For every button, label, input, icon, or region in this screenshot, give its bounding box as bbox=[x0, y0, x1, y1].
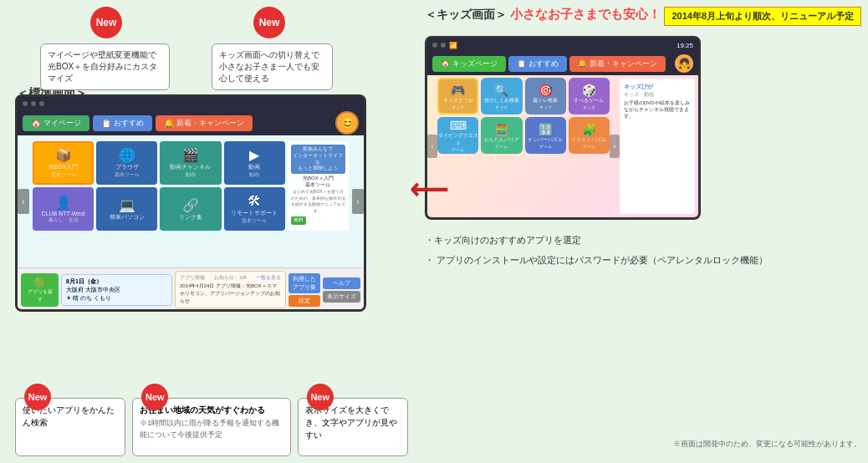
kids-app-typing[interactable]: ⌨ タイピングクエスト ゲーム bbox=[437, 117, 478, 154]
app-item-video-ch[interactable]: 🎬 動画チャンネル 動画 bbox=[160, 141, 221, 185]
app-item-links[interactable]: 🔗 リンク集 bbox=[160, 187, 221, 231]
new-badge-3: New bbox=[24, 384, 51, 410]
help-btn[interactable]: ヘルプ bbox=[323, 277, 360, 289]
kids-subtitle: 小さなお子さまでも安心！ bbox=[510, 7, 661, 21]
kids-app-illust[interactable]: 🧩 イラストパズル ゲーム bbox=[569, 117, 610, 154]
kids-bullet-points: キッズ向けのおすすめアプリを選定 アプリのインストールや設定にはパスワードが必要… bbox=[425, 232, 768, 423]
bottom-callouts: New 使いたいアプリをかんたん検索 New お住まい地域の天気がすぐわかる ※… bbox=[15, 398, 408, 456]
bottom-callout-3: New 表示サイズを大きくでき、文字やアプリが見やすい bbox=[298, 398, 408, 456]
settings-btn[interactable]: 設定 bbox=[288, 295, 320, 307]
kids-info-panel: キッズびが キッズ・動画 お子様のDVDや絵本を楽しみながらチャンネル視聴できま… bbox=[620, 79, 695, 214]
kids-device-screen: 📶 19:25 🏠 キッズページ 📋 おすすめ 🔔 新着・ bbox=[425, 36, 701, 220]
kids-screen-content: 🏠 キッズページ 📋 おすすめ 🔔 新着・キャンペーン 👧 bbox=[427, 52, 698, 217]
kids-nav-bar: 🏠 キッズページ 📋 おすすめ 🔔 新着・キャンペーン 👧 bbox=[427, 52, 698, 75]
kids-info-title: キッズびが bbox=[624, 83, 691, 91]
device-dot-2 bbox=[31, 101, 36, 106]
app-start-button[interactable]: 🟢 アプリを探す bbox=[21, 273, 59, 307]
kids-device-dot-1 bbox=[432, 43, 437, 48]
device-header bbox=[18, 97, 364, 110]
new-badge-2: New bbox=[253, 7, 285, 38]
nav-bar: 🏠 マイページ 📋 おすすめ 🔔 新着・キャンペーン 😊 bbox=[18, 110, 364, 135]
kids-device-dot-2 bbox=[441, 43, 446, 48]
nav-recommend-btn[interactable]: 📋 おすすめ bbox=[93, 115, 152, 131]
bottom-callout-1: New 使いたいアプリをかんたん検索 bbox=[15, 398, 125, 456]
app-item-pc[interactable]: 💻 簡単パソコン bbox=[96, 187, 157, 231]
kids-scroll-left[interactable]: ‹ bbox=[427, 135, 437, 158]
app-grid: 📦 光BOX入門 基本ツール 🌐 ブラウザ 基本ツール 🎬 bbox=[29, 138, 352, 234]
kids-nav-recommend-btn[interactable]: 📋 おすすめ bbox=[508, 56, 567, 72]
nav-home-btn[interactable]: 🏠 マイページ bbox=[23, 115, 89, 131]
kids-app-search[interactable]: 🔍 自のしくみ検索 キッズ bbox=[481, 78, 522, 114]
device-dot-3 bbox=[39, 101, 44, 106]
kids-nav-campaign-btn[interactable]: 🔔 新着・キャンペーン bbox=[569, 56, 666, 72]
kids-app-game[interactable]: 🎲 すべるゲーム エンタ bbox=[569, 78, 610, 114]
kids-info-category: キッズ・動画 bbox=[624, 91, 691, 98]
all-items-link[interactable]: 一覧を見る bbox=[256, 274, 281, 282]
bottom-callout-2: New お住まい地域の天気がすぐわかる ※1時間以内に雨が降る予報を通知する機能… bbox=[132, 398, 290, 456]
bullet-2: アプリのインストールや設定にはパスワードが必要（ペアレンタルロック機能） bbox=[425, 252, 768, 269]
nav-campaign-btn[interactable]: 🔔 新着・キャンペーン bbox=[156, 115, 253, 131]
recommend-icon: 📋 bbox=[101, 119, 111, 128]
device-dot-1 bbox=[23, 101, 28, 106]
footnote: ※画面は開発中のため、変更になる可能性があります。 bbox=[673, 439, 861, 450]
preview-panel: 家族みんなでインターネットライフをもっと満喫しよう 光BOX＋入門基本ツールはじ… bbox=[288, 141, 349, 231]
used-apps-btn[interactable]: 利用したアプリ集 bbox=[288, 273, 320, 293]
kids-app-brain[interactable]: 🎯 脳トレ検索 キッズ bbox=[525, 78, 566, 114]
kids-face-btn[interactable]: 👧 bbox=[675, 54, 693, 73]
face-button[interactable]: 😊 bbox=[335, 111, 359, 135]
news-info-bar: アプリ情報 お知らせ：1/8 一覧を見る 2014年4月24日 アプリ情報：光B… bbox=[175, 271, 286, 308]
left-panel: ＜標準画面＞ New マイページや壁紙変更機能で光BOX＋を自分好みにカスタマイ… bbox=[7, 7, 416, 456]
right-panel: ＜キッズ画面＞ 小さなお子さまでも安心！ 📶 19:25 🏠 キッズページ bbox=[425, 7, 861, 456]
weather-widget: 8月1日（金） 大阪府 大阪市中央区 ☀ 晴 のち くもり bbox=[61, 274, 172, 306]
action-buttons: 利用したアプリ集 設定 bbox=[288, 273, 320, 307]
app-item-video[interactable]: ▶ 動画 動画 bbox=[224, 141, 285, 185]
standard-device-screen: 🏠 マイページ 📋 おすすめ 🔔 新着・キャンペーン 😊 ‹ bbox=[15, 94, 366, 312]
kids-info-text: お子様のDVDや絵本を楽しみながらチャンネル視聴できます。 bbox=[624, 100, 691, 120]
kids-app-balance[interactable]: 🧮 かんたんバリア ゲーム bbox=[481, 117, 522, 154]
app-info-label: アプリ情報 bbox=[180, 274, 205, 282]
campaign-icon: 🔔 bbox=[164, 119, 174, 128]
new-badge-5: New bbox=[307, 384, 334, 410]
arrow-between-screens: ⟵ bbox=[410, 174, 448, 206]
screen-content: 🏠 マイページ 📋 おすすめ 🔔 新着・キャンペーン 😊 ‹ bbox=[18, 110, 364, 309]
kids-app-numberpuzzle[interactable]: 🔢 ナンバーパズル ゲーム bbox=[525, 117, 566, 154]
kids-screen-label: ＜キッズ画面＞ 小さなお子さまでも安心！ bbox=[425, 7, 661, 23]
home-icon: 🏠 bbox=[31, 119, 41, 128]
app-item-box[interactable]: 📦 光BOX入門 基本ツール bbox=[33, 141, 94, 185]
time-display: 19:25 bbox=[677, 42, 693, 49]
notice-count: お知らせ：1/8 bbox=[214, 274, 246, 282]
action-buttons-2: ヘルプ 表示サイズ bbox=[323, 277, 360, 303]
new-badge-1: New bbox=[90, 7, 122, 38]
bullet-1: キッズ向けのおすすめアプリを選定 bbox=[425, 232, 768, 249]
top-callout-1: マイページや壁紙変更機能で光BOX＋を自分好みにカスタマイズ bbox=[40, 43, 170, 90]
scroll-left-arrow[interactable]: ‹ bbox=[18, 189, 29, 214]
main-container: ＜標準画面＞ New マイページや壁紙変更機能で光BOX＋を自分好みにカスタマイ… bbox=[7, 7, 861, 456]
news-text: 2014年4月24日 アプリ情報：光BOX＋スマホリモコン、アプリバージョンアッ… bbox=[180, 282, 281, 305]
app-item-club[interactable]: 👤 CLUB NTT-West 暮らし・生活 bbox=[33, 187, 94, 231]
wifi-icon: 📶 bbox=[449, 42, 457, 49]
bottom-bar: 🟢 アプリを探す 8月1日（金） 大阪府 大阪市中央区 ☀ 晴 のち くもり ア… bbox=[18, 267, 364, 309]
kids-nav-home-btn[interactable]: 🏠 キッズページ bbox=[432, 56, 506, 72]
top-callout-2: キッズ画面への切り替えで小さなお子さま一人でも安心して使える bbox=[212, 43, 333, 90]
scroll-right-arrow[interactable]: › bbox=[352, 189, 364, 214]
kids-app-video[interactable]: 🎮 キッズどうが キッズ bbox=[437, 78, 478, 114]
kids-scroll-right[interactable]: › bbox=[610, 135, 620, 158]
app-item-support[interactable]: 🛠 リモートサポート 基本ツール bbox=[224, 187, 285, 231]
kids-device-header: 📶 19:25 bbox=[427, 38, 698, 52]
display-size-btn[interactable]: 表示サイズ bbox=[323, 291, 360, 303]
app-item-browser[interactable]: 🌐 ブラウザ 基本ツール bbox=[96, 141, 157, 185]
